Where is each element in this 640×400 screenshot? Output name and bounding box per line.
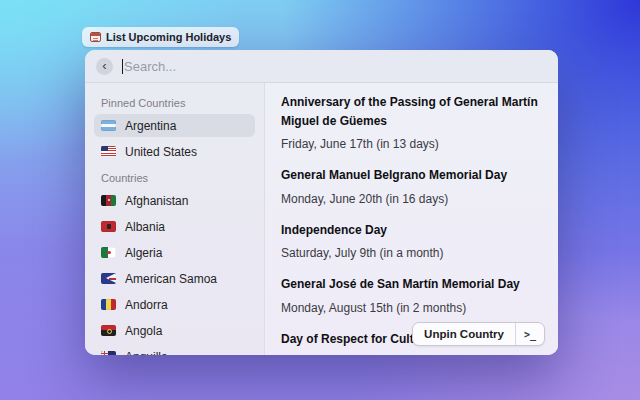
text-caret (122, 59, 123, 74)
afghanistan-flag-icon (101, 195, 116, 206)
sidebar-item-andorra[interactable]: Andorra (94, 293, 255, 316)
sidebar-item-argentina[interactable]: Argentina (94, 114, 255, 137)
anguilla-flag-icon (101, 351, 116, 355)
search-input[interactable]: Search... (122, 59, 547, 74)
calendar-icon (90, 32, 101, 42)
unpin-country-button[interactable]: Unpin Country >_ (412, 322, 545, 346)
country-name: Algeria (125, 246, 162, 260)
country-name: Argentina (125, 119, 176, 133)
country-name: Angola (125, 324, 162, 338)
holidays-window: ‹ Search... Pinned CountriesArgentinaUni… (85, 50, 558, 355)
launcher-tag[interactable]: List Upcoming Holidays (82, 27, 239, 47)
holiday-date: Monday, June 20th (in 16 days) (281, 192, 540, 206)
detail-pane: Anniversary of the Passing of General Ma… (265, 83, 558, 355)
country-name: Albania (125, 220, 165, 234)
sidebar-item-american-samoa[interactable]: American Samoa (94, 267, 255, 290)
chevron-left-icon: ‹ (102, 59, 106, 72)
sidebar-item-anguilla[interactable]: Anguilla (94, 345, 255, 355)
country-name: American Samoa (125, 272, 217, 286)
unpin-country-label: Unpin Country (413, 323, 515, 345)
search-placeholder: Search... (124, 59, 176, 74)
algeria-flag-icon (101, 247, 116, 258)
sidebar-item-algeria[interactable]: Algeria (94, 241, 255, 264)
holiday-title: Independence Day (281, 221, 540, 240)
sidebar-list: Pinned CountriesArgentinaUnited StatesCo… (85, 83, 265, 355)
holiday-date: Saturday, July 9th (in a month) (281, 246, 540, 260)
holiday-title: General Manuel Belgrano Memorial Day (281, 166, 540, 185)
country-name: United States (125, 145, 197, 159)
albania-flag-icon (101, 221, 116, 232)
sidebar-item-united-states[interactable]: United States (94, 140, 255, 163)
united-states-flag-icon (101, 146, 116, 157)
holiday-item: Independence DaySaturday, July 9th (in a… (281, 221, 540, 261)
holiday-title: General José de San Martín Memorial Day (281, 275, 540, 294)
holiday-date: Monday, August 15th (in 2 months) (281, 301, 540, 315)
launcher-tag-label: List Upcoming Holidays (106, 31, 231, 43)
holiday-date: Friday, June 17th (in 13 days) (281, 137, 540, 151)
andorra-flag-icon (101, 299, 116, 310)
search-bar: ‹ Search... (85, 50, 558, 83)
holiday-item: General Manuel Belgrano Memorial DayMond… (281, 166, 540, 206)
holiday-title: Anniversary of the Passing of General Ma… (281, 93, 540, 130)
sidebar-item-angola[interactable]: Angola (94, 319, 255, 342)
country-name: Andorra (125, 298, 168, 312)
sidebar-item-afghanistan[interactable]: Afghanistan (94, 189, 255, 212)
sidebar-section-label: Pinned Countries (94, 91, 255, 114)
back-button[interactable]: ‹ (96, 58, 113, 75)
holiday-list: Anniversary of the Passing of General Ma… (281, 93, 540, 355)
terminal-prompt-icon[interactable]: >_ (515, 323, 544, 345)
american-samoa-flag-icon (101, 273, 116, 284)
sidebar-section-label: Countries (94, 166, 255, 189)
window-content: Pinned CountriesArgentinaUnited StatesCo… (85, 83, 558, 355)
holiday-item: General José de San Martín Memorial DayM… (281, 275, 540, 315)
angola-flag-icon (101, 325, 116, 336)
sidebar-item-albania[interactable]: Albania (94, 215, 255, 238)
holiday-item: Anniversary of the Passing of General Ma… (281, 93, 540, 151)
country-name: Anguilla (125, 350, 168, 356)
argentina-flag-icon (101, 120, 116, 131)
country-name: Afghanistan (125, 194, 188, 208)
